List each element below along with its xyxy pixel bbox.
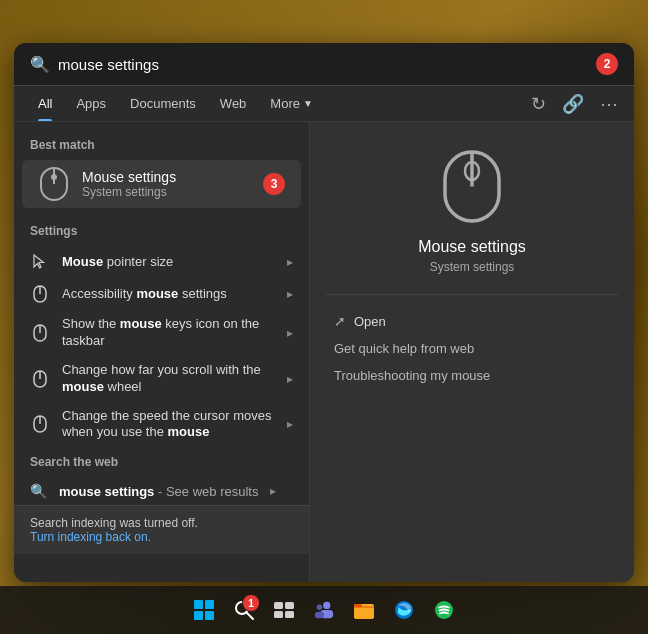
file-explorer-button[interactable] (346, 592, 382, 628)
mouse-scroll-icon (30, 369, 50, 389)
edge-button[interactable] (386, 592, 422, 628)
svg-point-24 (323, 602, 330, 609)
open-icon: ➚ (334, 313, 346, 329)
arrow-icon: ▸ (287, 255, 293, 269)
open-label: Open (354, 314, 386, 329)
open-action[interactable]: ➚ Open (326, 307, 618, 335)
settings-item-cursor-speed[interactable]: Change the speed the cursor moves when y… (14, 402, 309, 448)
troubleshoot-text: Troubleshooting my mouse (334, 368, 490, 383)
tab-apps[interactable]: Apps (64, 86, 118, 121)
tabs-right-actions: ↻ 🔗 ⋯ (527, 89, 622, 119)
left-panel: Best match Mouse settings System setting… (14, 122, 309, 582)
arrow-icon: ▸ (287, 326, 293, 340)
svg-rect-23 (285, 611, 294, 618)
settings-item-scroll[interactable]: Change how far you scroll with the mouse… (14, 356, 309, 402)
index-notice-text: Search indexing was turned off. (30, 516, 293, 530)
svg-rect-22 (274, 611, 283, 618)
svg-line-19 (247, 613, 253, 619)
settings-item-keys-icon[interactable]: Show the mouse keys icon on the taskbar … (14, 310, 309, 356)
mouse-accessibility-icon (30, 284, 50, 304)
right-panel-subtitle: System settings (430, 260, 515, 274)
arrow-icon: ▸ (270, 484, 276, 498)
settings-item-accessibility[interactable]: Accessibility mouse settings ▸ (14, 278, 309, 310)
search-input[interactable] (58, 56, 588, 73)
settings-item-text: Mouse pointer size (62, 254, 275, 271)
arrow-icon: ▸ (287, 417, 293, 431)
svg-rect-17 (205, 611, 214, 620)
right-panel-title: Mouse settings (418, 238, 526, 256)
index-notice: Search indexing was turned off. Turn ind… (14, 505, 309, 554)
search-tabs: All Apps Documents Web More ▼ ↻ 🔗 ⋯ (14, 86, 634, 122)
mouse-keys-icon (30, 323, 50, 343)
spotify-button[interactable] (426, 592, 462, 628)
quick-help-action[interactable]: Get quick help from web (326, 335, 618, 362)
web-search-icon: 🔍 (30, 483, 47, 499)
tab-all[interactable]: All (26, 86, 64, 121)
refresh-icon[interactable]: ↻ (527, 89, 550, 119)
right-divider (326, 294, 618, 295)
step-badge-3: 3 (263, 173, 285, 195)
svg-point-2 (51, 174, 57, 180)
settings-item-text: Accessibility mouse settings (62, 286, 275, 303)
arrow-icon: ▸ (287, 287, 293, 301)
tab-web[interactable]: Web (208, 86, 259, 121)
index-notice-link[interactable]: Turn indexing back on. (30, 530, 293, 544)
best-match-label: Best match (14, 134, 309, 160)
tab-more[interactable]: More ▼ (258, 86, 325, 121)
best-match-icon (38, 168, 70, 200)
svg-rect-16 (194, 611, 203, 620)
search-content: Best match Mouse settings System setting… (14, 122, 634, 582)
best-match-subtitle: System settings (82, 185, 251, 199)
settings-item-pointer-size[interactable]: Mouse pointer size ▸ (14, 246, 309, 278)
svg-rect-15 (205, 600, 214, 609)
settings-item-text: Show the mouse keys icon on the taskbar (62, 316, 275, 350)
svg-point-26 (317, 605, 323, 611)
right-panel: Mouse settings System settings ➚ Open Ge… (309, 122, 634, 582)
best-match-item[interactable]: Mouse settings System settings 3 (22, 160, 301, 208)
search-icon: 🔍 (30, 55, 50, 74)
settings-section: Settings Mouse pointer size ▸ (14, 208, 309, 451)
web-search-suffix: - See web results (158, 484, 258, 499)
tab-documents[interactable]: Documents (118, 86, 208, 121)
svg-rect-29 (354, 604, 362, 607)
best-match-title: Mouse settings (82, 169, 251, 185)
step-badge-2: 2 (596, 53, 618, 75)
svg-rect-21 (285, 602, 294, 609)
taskbar: 1 (0, 586, 648, 634)
svg-rect-20 (274, 602, 283, 609)
web-search-label: Search the web (14, 451, 309, 477)
best-match-text: Mouse settings System settings (82, 169, 251, 199)
search-badge: 1 (242, 594, 260, 612)
start-button[interactable] (186, 592, 222, 628)
taskview-button[interactable] (266, 592, 302, 628)
search-panel: 🔍 2 All Apps Documents Web More ▼ ↻ 🔗 ⋯ … (14, 43, 634, 582)
more-icon[interactable]: ⋯ (596, 89, 622, 119)
troubleshoot-action[interactable]: Troubleshooting my mouse (326, 362, 618, 389)
mouse-cursor-icon (30, 414, 50, 434)
settings-label: Settings (14, 220, 309, 246)
settings-item-text: Change how far you scroll with the mouse… (62, 362, 275, 396)
right-panel-mouse-icon (432, 146, 512, 226)
web-search-text: mouse settings - See web results (59, 484, 258, 499)
search-taskbar-button[interactable]: 1 (226, 592, 262, 628)
share-icon[interactable]: 🔗 (558, 89, 588, 119)
web-search-item[interactable]: 🔍 mouse settings - See web results ▸ (14, 477, 309, 505)
arrow-icon: ▸ (287, 372, 293, 386)
svg-rect-14 (194, 600, 203, 609)
teams-button[interactable] (306, 592, 342, 628)
quick-help-text: Get quick help from web (334, 341, 474, 356)
mouse-pointer-icon (30, 252, 50, 272)
svg-rect-27 (315, 612, 324, 618)
settings-item-text: Change the speed the cursor moves when y… (62, 408, 275, 442)
search-bar: 🔍 2 (14, 43, 634, 86)
